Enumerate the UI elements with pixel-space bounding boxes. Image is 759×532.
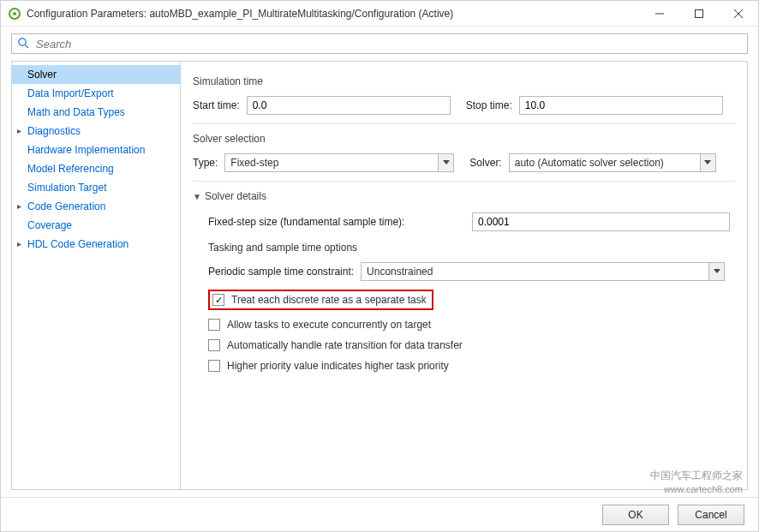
tasking-title: Tasking and sample time options — [208, 242, 730, 254]
simulation-time-row: Start time: Stop time: — [193, 96, 735, 115]
nav-label: Code Generation — [27, 199, 105, 214]
simulation-time-title: Simulation time — [193, 75, 735, 87]
type-dropdown[interactable]: Fixed-step — [224, 153, 454, 172]
treat-discrete-rate-label: Treat each discrete rate as a separate t… — [231, 294, 427, 306]
solver-details-body: Fixed-step size (fundamental sample time… — [208, 212, 730, 372]
start-time-label: Start time: — [193, 99, 240, 111]
svg-point-1 — [13, 12, 16, 15]
search-box[interactable] — [11, 33, 748, 54]
chevron-down-icon — [700, 154, 715, 171]
footer: OK Cancel — [1, 497, 758, 531]
nav-label: Coverage — [27, 218, 72, 233]
disclosure-triangle-icon: ▼ — [193, 192, 201, 201]
nav-item-coverage[interactable]: Coverage — [12, 216, 180, 235]
svg-marker-10 — [714, 269, 720, 273]
nav-label: Model Referencing — [27, 161, 114, 176]
nav-item-diagnostics[interactable]: Diagnostics — [12, 122, 180, 140]
higher-priority-row: Higher priority value indicates higher t… — [208, 360, 730, 372]
svg-marker-9 — [704, 160, 711, 164]
svg-point-6 — [19, 38, 26, 45]
fixed-step-label: Fixed-step size (fundamental sample time… — [208, 216, 465, 228]
nav-item-math-data-types[interactable]: Math and Data Types — [12, 103, 180, 122]
stop-time-field[interactable] — [519, 96, 723, 115]
solver-selection-title: Solver selection — [193, 133, 735, 145]
window-controls — [640, 1, 758, 27]
higher-priority-checkbox[interactable] — [208, 360, 220, 372]
nav-label: Hardware Implementation — [27, 142, 145, 158]
window-title: Configuration Parameters: autoMBD_exampl… — [27, 8, 640, 20]
allow-concurrent-row: Allow tasks to execute concurrently on t… — [208, 319, 730, 331]
constraint-row: Periodic sample time constraint: Unconst… — [208, 262, 725, 281]
nav-tree: Solver Data Import/Export Math and Data … — [11, 61, 181, 490]
separator — [193, 181, 735, 182]
chevron-down-icon — [438, 154, 453, 171]
ok-button[interactable]: OK — [602, 505, 669, 525]
nav-label: Simulation Target — [27, 180, 107, 195]
solver-selection-row: Type: Fixed-step Solver: auto (Automatic… — [193, 153, 735, 172]
nav-item-hardware-implementation[interactable]: Hardware Implementation — [12, 140, 180, 159]
search-icon — [17, 37, 29, 51]
type-label: Type: — [193, 157, 218, 169]
svg-rect-3 — [696, 9, 703, 17]
allow-concurrent-label: Allow tasks to execute concurrently on t… — [227, 319, 431, 331]
nav-label: HDL Code Generation — [27, 236, 128, 252]
constraint-dropdown[interactable]: Unconstrained — [361, 262, 725, 281]
close-button[interactable] — [719, 1, 758, 27]
config-params-window: Configuration Parameters: autoMBD_exampl… — [0, 0, 759, 532]
type-value: Fixed-step — [225, 157, 438, 169]
solver-dropdown[interactable]: auto (Automatic solver selection) — [509, 153, 716, 172]
titlebar: Configuration Parameters: autoMBD_exampl… — [1, 1, 758, 27]
nav-item-code-generation[interactable]: Code Generation — [12, 197, 180, 216]
svg-marker-8 — [443, 160, 450, 164]
nav-item-hdl-code-generation[interactable]: HDL Code Generation — [12, 235, 180, 254]
fixed-step-field[interactable] — [472, 212, 730, 231]
auto-rate-transition-checkbox[interactable] — [208, 339, 220, 351]
chevron-down-icon — [708, 263, 724, 280]
svg-line-7 — [25, 45, 28, 48]
nav-item-solver[interactable]: Solver — [12, 65, 180, 84]
nav-label: Data Import/Export — [27, 86, 114, 101]
stop-time-label: Stop time: — [466, 99, 512, 111]
solver-label: Solver: — [469, 157, 501, 169]
minimize-button[interactable] — [640, 1, 679, 27]
higher-priority-label: Higher priority value indicates higher t… — [227, 360, 449, 372]
treat-discrete-rate-row: Treat each discrete rate as a separate t… — [208, 290, 730, 310]
constraint-label: Periodic sample time constraint: — [208, 266, 354, 278]
solver-value: auto (Automatic solver selection) — [510, 157, 700, 169]
cancel-button[interactable]: Cancel — [678, 505, 744, 525]
search-row — [1, 27, 758, 61]
nav-label: Solver — [27, 67, 57, 82]
solver-details-title: Solver details — [205, 190, 266, 202]
app-icon — [8, 7, 21, 21]
search-input[interactable] — [34, 37, 742, 51]
fixed-step-row: Fixed-step size (fundamental sample time… — [208, 212, 730, 231]
main-panel: Simulation time Start time: Stop time: S… — [181, 61, 748, 490]
maximize-button[interactable] — [679, 1, 719, 27]
nav-item-data-import-export[interactable]: Data Import/Export — [12, 84, 180, 103]
solver-details-disclosure[interactable]: ▼ Solver details — [193, 190, 735, 202]
nav-item-model-referencing[interactable]: Model Referencing — [12, 159, 180, 178]
nav-label: Math and Data Types — [27, 105, 125, 120]
nav-item-simulation-target[interactable]: Simulation Target — [12, 178, 180, 197]
highlight-box: Treat each discrete rate as a separate t… — [208, 290, 433, 310]
treat-discrete-rate-checkbox[interactable] — [212, 294, 224, 306]
auto-rate-transition-label: Automatically handle rate transition for… — [227, 339, 463, 351]
constraint-value: Unconstrained — [362, 266, 708, 278]
body: Solver Data Import/Export Math and Data … — [1, 61, 758, 497]
nav-label: Diagnostics — [27, 123, 81, 139]
auto-rate-transition-row: Automatically handle rate transition for… — [208, 339, 730, 351]
allow-concurrent-checkbox[interactable] — [208, 319, 220, 331]
start-time-field[interactable] — [247, 96, 451, 115]
separator — [193, 123, 735, 124]
